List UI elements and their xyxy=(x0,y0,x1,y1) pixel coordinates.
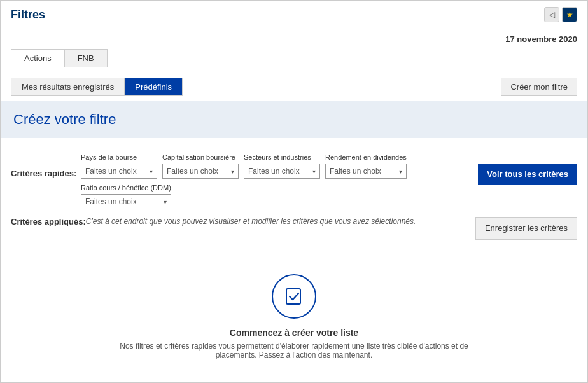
chevron-down-icon: ▾ xyxy=(164,198,167,205)
dropdown-pays-value: Faites un choix xyxy=(85,167,137,176)
create-filter-header: Créez votre filtre xyxy=(1,101,587,138)
dropdown-label-rendement: Rendement en dividendes xyxy=(325,153,407,161)
collapse-icon-btn[interactable]: ◁ xyxy=(544,7,559,22)
filter-row: Mes résultats enregistrés Prédéfinis Cré… xyxy=(1,73,587,101)
chevron-down-icon: ▾ xyxy=(231,168,234,175)
dropdown-pays[interactable]: Faites un choix ▾ xyxy=(81,164,157,179)
empty-state-icon xyxy=(272,274,316,319)
voir-tous-button[interactable]: Voir tous les critères xyxy=(478,164,577,185)
star-icon-btn[interactable]: ★ xyxy=(562,7,577,22)
tab-section: Actions FNB xyxy=(1,46,587,73)
applied-criteria-row: Critères appliqués: C'est à cet endroit … xyxy=(11,217,577,240)
predefined-button[interactable]: Prédéfinis xyxy=(125,78,182,95)
title-bar: Filtres ◁ ★ xyxy=(1,1,587,29)
dropdown-secteurs-value: Faites un choix xyxy=(248,167,300,176)
empty-state-description: Nos filtres et critères rapides vous per… xyxy=(103,342,485,359)
create-filter-button[interactable]: Créer mon filtre xyxy=(501,78,577,96)
tab-fnb[interactable]: FNB xyxy=(65,50,107,67)
main-window: Filtres ◁ ★ 17 novembre 2020 Actions FNB… xyxy=(0,0,588,383)
create-filter-heading: Créez votre filtre xyxy=(13,111,575,128)
chevron-down-icon: ▾ xyxy=(399,168,402,175)
tab-group: Actions FNB xyxy=(11,49,108,67)
dropdown-group-rendement: Rendement en dividendes Faites un choix … xyxy=(325,153,407,179)
empty-state: Commencez à créer votre liste Nos filtre… xyxy=(1,255,587,372)
date-display: 17 novembre 2020 xyxy=(1,29,587,46)
applied-criteria-label: Critères appliqués: xyxy=(11,217,86,226)
title-bar-icons: ◁ ★ xyxy=(544,7,577,22)
svg-rect-0 xyxy=(286,289,300,304)
empty-state-title: Commencez à créer votre liste xyxy=(13,328,575,338)
checklist-icon xyxy=(284,286,304,307)
dropdown-label-ratio: Ratio cours / bénéfice (DDM) xyxy=(81,184,171,192)
dropdown-group-ratio: Ratio cours / bénéfice (DDM) Faites un c… xyxy=(81,184,171,209)
quick-criteria-row: Critères rapides: Pays de la bourse Fait… xyxy=(11,153,577,209)
dropdown-label-capitalisation: Capitalisation boursière xyxy=(162,153,239,161)
tab-actions[interactable]: Actions xyxy=(11,50,65,67)
dropdown-ratio[interactable]: Faites un choix ▾ xyxy=(81,194,171,209)
dropdown-rendement-value: Faites un choix xyxy=(330,167,381,176)
collapse-icon: ◁ xyxy=(549,10,555,19)
chevron-down-icon: ▾ xyxy=(312,168,316,175)
dropdown-label-pays: Pays de la bourse xyxy=(81,153,157,161)
dropdown-capitalisation[interactable]: Faites un choix ▾ xyxy=(162,164,239,179)
window-title: Filtres xyxy=(11,8,45,22)
saved-results-button[interactable]: Mes résultats enregistrés xyxy=(11,78,125,95)
star-icon: ★ xyxy=(566,10,573,19)
enregistrer-button[interactable]: Enregistrer les critères xyxy=(475,217,577,240)
dropdown-ratio-value: Faites un choix xyxy=(85,197,137,206)
dropdown-rendement[interactable]: Faites un choix ▾ xyxy=(325,164,407,179)
chevron-down-icon: ▾ xyxy=(150,168,153,175)
dropdown-group-secteurs: Secteurs et industries Faites un choix ▾ xyxy=(244,153,320,179)
applied-criteria-text: C'est à cet endroit que vous pouvez visu… xyxy=(86,217,470,226)
dropdown-group-pays: Pays de la bourse Faites un choix ▾ xyxy=(81,153,157,179)
criteria-dropdowns: Pays de la bourse Faites un choix ▾ Capi… xyxy=(81,153,473,209)
filter-button-group: Mes résultats enregistrés Prédéfinis xyxy=(11,78,183,96)
dropdown-group-capitalisation: Capitalisation boursière Faites un choix… xyxy=(162,153,239,179)
criteria-section: Critères rapides: Pays de la bourse Fait… xyxy=(1,148,587,255)
quick-criteria-label: Critères rapides: xyxy=(11,153,81,178)
dropdown-capitalisation-value: Faites un choix xyxy=(167,167,218,176)
dropdown-secteurs[interactable]: Faites un choix ▾ xyxy=(244,164,320,179)
dropdown-label-secteurs: Secteurs et industries xyxy=(244,153,320,161)
